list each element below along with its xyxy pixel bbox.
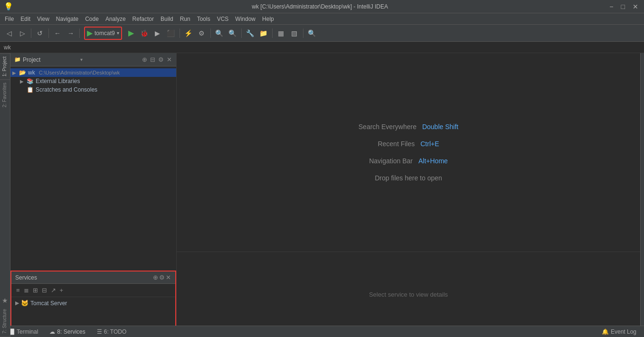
tree-arrow-external-libraries: ▶ [20,79,25,84]
project-panel-header: 📁 Project ▾ ⊕ ⊟ ⚙ ✕ [10,53,176,66]
project-panel-title: Project [23,56,78,63]
nav-back-button[interactable]: ← [51,27,64,39]
menu-vcs[interactable]: VCS [214,15,232,23]
find-toolbar-button[interactable]: 🔍 [306,27,318,39]
sidebar-spacer [0,111,10,295]
search-run-button[interactable]: 🔍 [213,27,226,39]
hint-shortcut-nav[interactable]: Alt+Home [418,157,448,165]
stop-button[interactable]: ⬛ [165,27,177,39]
menu-help[interactable]: Help [259,15,277,23]
services-settings-icon[interactable]: ⚙ [159,273,165,281]
services-group-icon[interactable]: ⊞ [32,286,39,295]
services-item-arrow: ▶ [15,300,19,306]
menu-refactor[interactable]: Refactor [130,15,157,23]
structure-panel-tab[interactable]: 7: Structure [0,306,10,337]
services-plus-icon[interactable]: + [59,286,65,295]
hint-recent-files: Recent Files Ctrl+E [378,140,439,148]
tree-item-external-libraries[interactable]: ▶ 📚 External Libraries [10,77,176,85]
tree-label-external-libraries: External Libraries [36,78,80,84]
tree-label-scratches: Scratches and Consoles [36,86,97,93]
tree-item-wk[interactable]: ▶ 📂 wk C:\Users\Administrator\Desktop\wk [10,68,176,77]
services-toolbar: ≡ ≣ ⊞ ⊟ ↗ + [11,284,175,297]
event-log-label: Event Log [611,328,636,335]
forward-button[interactable]: ▷ [16,27,28,39]
title-controls: − □ ✕ [607,3,640,10]
menu-run[interactable]: Run [177,15,193,23]
run-button[interactable]: ▶ [125,27,137,39]
menu-window[interactable]: Window [232,15,258,23]
services-add-icon[interactable]: ⊕ [152,273,159,281]
run-config-name: tomcat9 [95,30,115,37]
project-close-icon[interactable]: ✕ [166,56,172,64]
services-tab[interactable]: ☁ 8: Services [46,328,89,336]
hint-label-nav: Navigation Bar [369,157,413,165]
event-log-tab[interactable]: 🔔 Event Log [598,328,640,336]
project-panel-tab[interactable]: 1: Project [0,53,10,79]
services-close-icon[interactable]: ✕ [165,273,171,281]
run-config-dropdown-arrow[interactable]: ▾ [117,30,119,36]
services-jump-icon[interactable]: ↗ [50,286,57,295]
menu-build[interactable]: Build [158,15,176,23]
menu-file[interactable]: File [2,15,17,23]
toolbar-separator-7 [272,28,273,38]
menu-analyze[interactable]: Analyze [103,15,129,23]
editor-service-details: Select service to view details [177,252,640,337]
tree-arrow-wk: ▶ [12,70,17,75]
nav-path: wk [4,44,11,51]
todo-tab-label: 6: TODO [104,328,127,335]
project-collapse-icon[interactable]: ⊟ [150,56,156,64]
services-item-tomcat[interactable]: ▶ 🐱 Tomcat Server [11,298,175,308]
hint-shortcut-recent[interactable]: Ctrl+E [420,140,439,148]
terminal-toolbar-button[interactable]: ▦ [275,27,287,39]
back-button[interactable]: ◁ [3,27,15,39]
maximize-button[interactable]: □ [619,3,627,10]
search-update-button[interactable]: 🔍 [227,27,239,39]
services-filter-icon[interactable]: ⊟ [41,286,48,295]
tree-path-wk: C:\Users\Administrator\Desktop\wk [39,70,120,75]
hint-shortcut-search[interactable]: Double Shift [422,123,458,131]
project-add-icon[interactable]: ⊕ [142,56,148,64]
minimize-button[interactable]: − [607,3,615,10]
coverage-button[interactable]: ▶ [152,27,164,39]
favorites-panel-tab[interactable]: 2: Favorites [0,79,10,110]
rebuild-button[interactable]: ⚙ [196,27,208,39]
build-button[interactable]: ⚡ [182,27,195,39]
menu-code[interactable]: Code [82,15,102,23]
menu-tools[interactable]: Tools [194,15,213,23]
toolbar-separator-5 [210,28,211,38]
services-collapse-all-icon[interactable]: ≡ [15,286,21,295]
menu-navigate[interactable]: Navigate [53,15,81,23]
tree-item-scratches[interactable]: 📋 Scratches and Consoles [10,85,176,94]
settings-button[interactable]: 🔧 [244,27,256,39]
bottom-bar: ⬜ Terminal ☁ 8: Services ☰ 6: TODO 🔔 Eve… [0,326,644,337]
close-button[interactable]: ✕ [631,3,640,10]
run-config-selector[interactable]: ▶ tomcat9 ▾ [84,27,122,40]
menu-bar: File Edit View Navigate Code Analyze Ref… [0,13,644,25]
menu-edit[interactable]: Edit [18,15,33,23]
services-tab-icon: ☁ [49,328,55,335]
drop-files-hint: Drop files here to open [375,174,442,182]
project-structure-button[interactable]: 📁 [257,27,270,39]
hint-label-search: Search Everywhere [359,123,417,131]
debug-button[interactable]: 🐞 [138,27,151,39]
services-title: Services [15,274,37,281]
services-expand-all-icon[interactable]: ≣ [23,286,30,295]
services-item-label-tomcat: Tomcat Server [30,300,67,307]
revert-button[interactable]: ↺ [34,27,46,39]
toolbar-separator-2 [48,28,49,38]
select-service-text: Select service to view details [369,291,448,298]
tree-icon-scratches: 📋 [27,86,34,93]
project-dropdown-arrow[interactable]: ▾ [80,57,83,62]
toolbar-separator-3 [79,28,80,38]
hint-search-everywhere: Search Everywhere Double Shift [359,123,458,131]
editor-hints-area: Search Everywhere Double Shift Recent Fi… [177,53,640,252]
right-scrollbar-stripe [640,53,644,337]
todo-tab-icon: ☰ [97,328,102,335]
favorites-star-icon[interactable]: ★ [0,295,10,306]
project-settings-icon[interactable]: ⚙ [158,56,164,64]
menu-view[interactable]: View [34,15,52,23]
nav-forward-button[interactable]: → [65,27,77,39]
project-panel: 📁 Project ▾ ⊕ ⊟ ⚙ ✕ ▶ 📂 wk C:\Users\Admi… [10,53,177,337]
todo-tab[interactable]: ☰ 6: TODO [93,328,131,336]
todo-toolbar-button[interactable]: ▧ [288,27,301,39]
